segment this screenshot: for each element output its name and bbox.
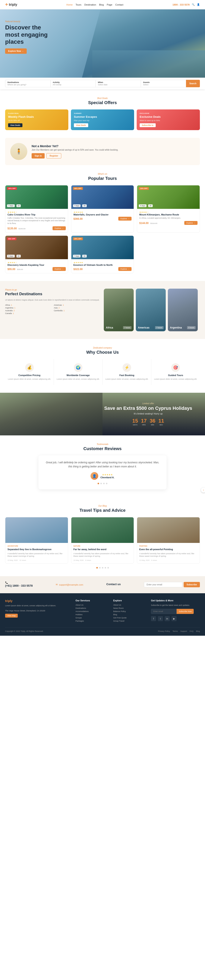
nav-blog[interactable]: Blog (99, 3, 104, 6)
blog-dot-3[interactable] (105, 567, 106, 568)
footer-service-1[interactable]: Destinations (75, 607, 108, 609)
tour-footer-1: $366.00 Explore → (74, 217, 132, 221)
member-desc: Join Our Members can get special savings… (32, 149, 118, 151)
tour-name-2: Mount Kilimanjaro, Machame Route (139, 213, 197, 216)
tour-price-val-3: $55.00 (8, 268, 15, 271)
reviews-section: Testimonials Customer Reviews Great job,… (0, 435, 205, 497)
dest-item-asia[interactable]: Asia 2 (54, 307, 99, 309)
dest-item-australia[interactable]: Australia 2 (5, 310, 51, 312)
footer-blog[interactable]: Blog (196, 630, 200, 632)
user-icon[interactable]: 👤 (197, 3, 200, 6)
blog-tag-1: Nature (74, 545, 132, 547)
footer-explore-1[interactable]: News Room (113, 607, 146, 609)
review-author: 👤 ★★★★★ Cleveland A. (43, 472, 162, 480)
when-label: When (98, 81, 139, 83)
hero-title: Discover the most engaging places (5, 24, 52, 45)
tour-footer-4: $322.00 Explore → (74, 267, 132, 271)
footer-explore-5[interactable]: Group Travel (113, 620, 146, 622)
blog-image-2 (137, 517, 200, 543)
dest-item-canada[interactable]: Canada 1 (5, 312, 51, 315)
footer-privacy[interactable]: Privacy Policy (158, 630, 170, 632)
tours-section-label: What's on (5, 173, 200, 175)
explore-now-button[interactable]: Explore Now → (5, 48, 27, 54)
blog-title-2[interactable]: Even the all-powerful Pointing (139, 548, 197, 551)
review-dots (43, 483, 162, 484)
tour-explore-btn-1[interactable]: Explore → (118, 217, 131, 221)
nav-home[interactable]: Home (66, 3, 73, 6)
tour-old-price-0: $195.00 (19, 228, 26, 230)
member-section: 🧍 Not a Member Yet? Join Our Members can… (5, 138, 200, 165)
twitter-icon[interactable]: t (158, 616, 163, 621)
review-dot-1[interactable] (100, 483, 102, 484)
dest-item-cambodia[interactable]: Cambodia 1 (54, 310, 99, 312)
footer-service-4[interactable]: Groups (75, 617, 108, 619)
why-item-3: 🎯 Guided Tours Lorem ipsum dolor sit ame… (151, 359, 200, 385)
dest-section-title: Perfect Destinations (5, 292, 99, 296)
nav-page[interactable]: Page (107, 3, 112, 6)
offer-btn-1[interactable]: View Deals (74, 123, 88, 127)
footer-support[interactable]: Support (180, 630, 187, 632)
tour-explore-btn-2[interactable]: Explore → (184, 221, 197, 225)
dest-card-argentina[interactable]: Argentina 5 tours (168, 289, 198, 331)
offer-tag-1: Summer (74, 113, 131, 115)
blog-body-0: Adventure Separated they live in Bookmar… (5, 543, 68, 563)
sign-in-button[interactable]: Sign in (32, 153, 45, 159)
review-dot-2[interactable] (103, 483, 105, 484)
search-icon[interactable]: 🔍 (192, 3, 195, 6)
footer-email-input[interactable] (151, 609, 176, 614)
footer-service-5[interactable]: Packages (75, 620, 108, 622)
instagram-icon[interactable]: in (165, 616, 170, 621)
footer-service-3[interactable]: Hobbies (75, 614, 108, 616)
view-map-button[interactable]: View Map (5, 614, 18, 617)
logo[interactable]: ✈ triply (5, 3, 17, 6)
footer-explore-col: Explore About Us News Room Balance Polic… (113, 599, 146, 623)
blog-title-1[interactable]: Far far away, behind the word (74, 548, 132, 551)
footer-explore-2[interactable]: Balance Policy (113, 610, 146, 612)
footer-explore-4[interactable]: Get Free Quote (113, 617, 146, 619)
blog-grid: Adventure Separated they live in Bookmar… (5, 517, 200, 563)
tour-explore-btn-0[interactable]: Explore → (53, 226, 66, 230)
tour-explore-btn-3[interactable]: Explore → (53, 267, 66, 271)
search-button[interactable]: Search (186, 80, 200, 87)
footer-faq[interactable]: FAQ (190, 630, 194, 632)
dest-card-africa[interactable]: Africa 7 tours (104, 289, 134, 331)
nav-destination[interactable]: Destination (84, 3, 96, 6)
offer-btn-2[interactable]: Subscribe to (140, 123, 156, 127)
logo-text: triply (9, 3, 17, 6)
tour-body-4: ★★★★★ Essence of Vietnam South to North … (71, 259, 134, 273)
nav-contact[interactable]: Contact (115, 3, 123, 6)
footer-explore-0[interactable]: About Us (113, 604, 146, 606)
tour-explore-btn-4[interactable]: Explore → (118, 267, 131, 271)
newsletter-subscribe-button[interactable]: Subscribe (184, 582, 200, 587)
footer-service-2[interactable]: Accomodations (75, 610, 108, 612)
why-section-label: Dedicated company (5, 347, 200, 349)
blog-dot-0[interactable] (96, 567, 98, 568)
facebook-icon[interactable]: f (151, 616, 156, 621)
nav-tours[interactable]: Tours (75, 3, 82, 6)
youtube-icon[interactable]: ▶ (171, 616, 176, 621)
why-title-0: Competitive Pricing (7, 374, 51, 377)
tour-image-1: 40% OFF 7 days 40 (71, 185, 134, 209)
blog-dot-1[interactable] (99, 567, 101, 568)
review-dot-3[interactable] (106, 483, 107, 484)
blog-dot-2[interactable] (102, 567, 103, 568)
blog-title-0[interactable]: Separated they live in Bookmarksgrove (8, 548, 66, 551)
dest-card-americas[interactable]: Americas 7 tours (136, 289, 166, 331)
tour-days-0: 7 days (7, 204, 15, 207)
footer-explore-3[interactable]: Blog (113, 614, 146, 616)
dest-item-argentina[interactable]: Argentina 1 (5, 307, 51, 309)
review-dot-0[interactable] (98, 483, 99, 484)
newsletter-email-input[interactable] (144, 582, 183, 587)
blog-dot-4[interactable] (107, 567, 109, 568)
register-button[interactable]: Register (46, 153, 61, 159)
footer-terms[interactable]: Terms (173, 630, 178, 632)
tour-meta-bar-4: 7 days 90 (73, 255, 87, 258)
countdown-sec-label: Sec (159, 424, 164, 426)
dest-item-africa[interactable]: Africa 1 (5, 304, 51, 306)
footer-subscribe-button[interactable]: Subscribe Now (176, 609, 194, 614)
offer-btn-0[interactable]: View Deals (8, 123, 22, 127)
reviews-section-label: Testimonials (5, 443, 200, 445)
footer-logo: triply (5, 599, 70, 603)
dest-item-americas[interactable]: Americas 1 (54, 304, 99, 306)
footer-service-0[interactable]: About Us (75, 604, 108, 606)
